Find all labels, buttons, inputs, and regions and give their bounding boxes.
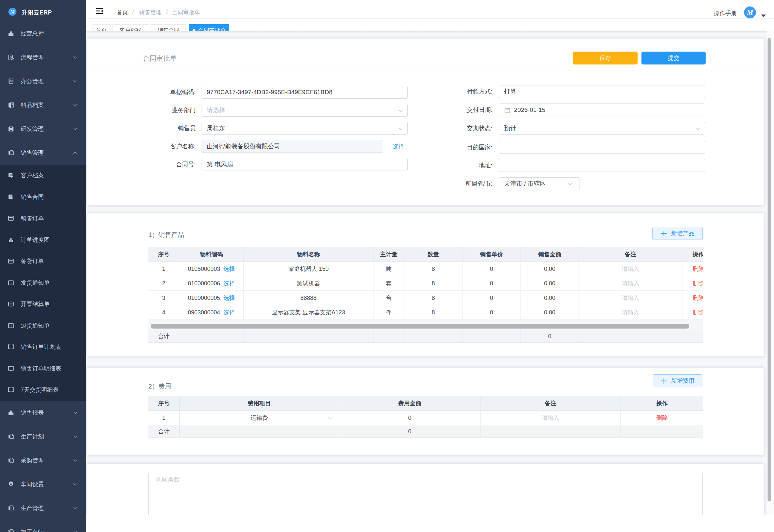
svg-text:M: M (747, 8, 754, 16)
svg-text:M: M (10, 9, 15, 15)
